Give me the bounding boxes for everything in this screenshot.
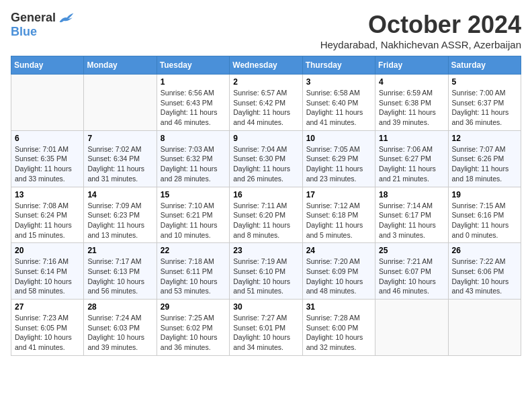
- day-info: Sunrise: 7:15 AM Sunset: 6:16 PM Dayligh…: [452, 201, 517, 240]
- logo: General Blue: [11, 11, 75, 39]
- daylight-text: Daylight: 10 hours and 56 minutes.: [87, 277, 144, 295]
- sunrise-text: Sunrise: 7:20 AM: [306, 257, 360, 265]
- calendar-cell: 31 Sunrise: 7:28 AM Sunset: 6:00 PM Dayl…: [302, 300, 375, 356]
- calendar-cell: 12 Sunrise: 7:07 AM Sunset: 6:26 PM Dayl…: [448, 130, 521, 187]
- day-info: Sunrise: 7:09 AM Sunset: 6:23 PM Dayligh…: [87, 201, 152, 240]
- calendar-cell: 16 Sunrise: 7:11 AM Sunset: 6:20 PM Dayl…: [230, 187, 302, 243]
- sunrise-text: Sunrise: 7:16 AM: [15, 257, 69, 265]
- day-number: 6: [15, 134, 80, 143]
- calendar-cell: 20 Sunrise: 7:16 AM Sunset: 6:14 PM Dayl…: [11, 243, 84, 300]
- header-friday: Friday: [375, 56, 448, 75]
- sunset-text: Sunset: 6:24 PM: [15, 211, 67, 219]
- day-info: Sunrise: 6:56 AM Sunset: 6:43 PM Dayligh…: [161, 88, 226, 128]
- sunset-text: Sunset: 6:03 PM: [87, 324, 140, 332]
- day-info: Sunrise: 7:18 AM Sunset: 6:11 PM Dayligh…: [161, 257, 226, 296]
- sunset-text: Sunset: 6:37 PM: [452, 99, 504, 107]
- day-number: 26: [452, 246, 517, 255]
- daylight-text: Daylight: 11 hours and 26 minutes.: [233, 165, 290, 183]
- daylight-text: Daylight: 11 hours and 21 minutes.: [379, 165, 436, 183]
- daylight-text: Daylight: 11 hours and 0 minutes.: [452, 221, 509, 239]
- day-info: Sunrise: 7:22 AM Sunset: 6:06 PM Dayligh…: [452, 257, 517, 296]
- daylight-text: Daylight: 11 hours and 36 minutes.: [452, 108, 509, 126]
- calendar-cell: 4 Sunrise: 6:59 AM Sunset: 6:38 PM Dayli…: [375, 75, 448, 131]
- day-info: Sunrise: 7:25 AM Sunset: 6:02 PM Dayligh…: [161, 313, 226, 353]
- sunset-text: Sunset: 6:27 PM: [379, 154, 431, 163]
- day-info: Sunrise: 7:07 AM Sunset: 6:26 PM Dayligh…: [452, 144, 517, 184]
- daylight-text: Daylight: 10 hours and 32 minutes.: [306, 333, 363, 351]
- daylight-text: Daylight: 11 hours and 23 minutes.: [306, 165, 363, 183]
- day-info: Sunrise: 7:06 AM Sunset: 6:27 PM Dayligh…: [379, 144, 444, 184]
- location: Heydarabad, Nakhichevan ASSR, Azerbaijan: [320, 39, 521, 50]
- sunrise-text: Sunrise: 7:01 AM: [15, 145, 69, 153]
- day-number: 19: [452, 190, 517, 199]
- sunrise-text: Sunrise: 7:24 AM: [87, 314, 141, 322]
- sunrise-text: Sunrise: 7:11 AM: [233, 201, 287, 210]
- sunrise-text: Sunrise: 7:18 AM: [161, 257, 214, 265]
- title-area: October 2024 Heydarabad, Nakhichevan ASS…: [320, 11, 521, 50]
- day-number: 10: [306, 134, 371, 143]
- logo-general-text: General: [11, 11, 56, 25]
- calendar-week-5: 27 Sunrise: 7:23 AM Sunset: 6:05 PM Dayl…: [11, 300, 521, 356]
- day-number: 9: [233, 134, 298, 143]
- calendar-cell: 26 Sunrise: 7:22 AM Sunset: 6:06 PM Dayl…: [448, 243, 521, 300]
- day-number: 4: [379, 77, 444, 87]
- day-info: Sunrise: 7:24 AM Sunset: 6:03 PM Dayligh…: [87, 313, 152, 353]
- day-info: Sunrise: 7:23 AM Sunset: 6:05 PM Dayligh…: [15, 313, 80, 353]
- calendar-cell: [448, 300, 521, 356]
- sunrise-text: Sunrise: 7:10 AM: [161, 201, 214, 210]
- daylight-text: Daylight: 10 hours and 41 minutes.: [15, 333, 72, 351]
- sunrise-text: Sunrise: 7:17 AM: [87, 257, 141, 265]
- daylight-text: Daylight: 11 hours and 44 minutes.: [233, 108, 290, 126]
- header-wednesday: Wednesday: [230, 56, 302, 75]
- day-info: Sunrise: 7:14 AM Sunset: 6:17 PM Dayligh…: [379, 201, 444, 240]
- sunrise-text: Sunrise: 7:15 AM: [452, 201, 506, 210]
- daylight-text: Daylight: 11 hours and 31 minutes.: [87, 165, 144, 183]
- logo-blue-text: Blue: [11, 25, 37, 39]
- calendar-cell: 14 Sunrise: 7:09 AM Sunset: 6:23 PM Dayl…: [84, 187, 157, 243]
- sunset-text: Sunset: 6:05 PM: [15, 324, 67, 332]
- day-number: 24: [306, 246, 371, 255]
- day-info: Sunrise: 7:04 AM Sunset: 6:30 PM Dayligh…: [233, 144, 298, 184]
- day-number: 5: [452, 77, 517, 87]
- daylight-text: Daylight: 11 hours and 15 minutes.: [15, 221, 72, 239]
- day-number: 3: [306, 77, 371, 87]
- day-number: 1: [161, 77, 226, 87]
- calendar-cell: 10 Sunrise: 7:05 AM Sunset: 6:29 PM Dayl…: [302, 130, 375, 187]
- calendar-cell: 7 Sunrise: 7:02 AM Sunset: 6:34 PM Dayli…: [84, 130, 157, 187]
- sunrise-text: Sunrise: 7:25 AM: [161, 314, 214, 322]
- day-info: Sunrise: 7:16 AM Sunset: 6:14 PM Dayligh…: [15, 257, 80, 296]
- day-number: 21: [87, 246, 152, 255]
- day-number: 8: [161, 134, 226, 143]
- calendar-cell: 18 Sunrise: 7:14 AM Sunset: 6:17 PM Dayl…: [375, 187, 448, 243]
- sunrise-text: Sunrise: 7:08 AM: [15, 201, 69, 210]
- sunset-text: Sunset: 6:40 PM: [306, 99, 359, 107]
- daylight-text: Daylight: 10 hours and 53 minutes.: [161, 277, 218, 295]
- sunrise-text: Sunrise: 7:07 AM: [452, 145, 506, 153]
- sunset-text: Sunset: 6:18 PM: [306, 211, 359, 219]
- sunset-text: Sunset: 6:20 PM: [233, 211, 285, 219]
- day-info: Sunrise: 7:21 AM Sunset: 6:07 PM Dayligh…: [379, 257, 444, 296]
- daylight-text: Daylight: 10 hours and 51 minutes.: [233, 277, 290, 295]
- sunset-text: Sunset: 6:26 PM: [452, 154, 504, 163]
- day-info: Sunrise: 7:00 AM Sunset: 6:37 PM Dayligh…: [452, 88, 517, 128]
- sunrise-text: Sunrise: 6:57 AM: [233, 89, 287, 97]
- day-number: 7: [87, 134, 152, 143]
- header-monday: Monday: [84, 56, 157, 75]
- calendar-table: SundayMondayTuesdayWednesdayThursdayFrid…: [11, 56, 521, 356]
- sunset-text: Sunset: 6:02 PM: [161, 324, 213, 332]
- day-info: Sunrise: 7:28 AM Sunset: 6:00 PM Dayligh…: [306, 313, 371, 353]
- sunset-text: Sunset: 6:42 PM: [233, 99, 285, 107]
- sunrise-text: Sunrise: 7:23 AM: [15, 314, 69, 322]
- calendar-cell: 28 Sunrise: 7:24 AM Sunset: 6:03 PM Dayl…: [84, 300, 157, 356]
- calendar-cell: 3 Sunrise: 6:58 AM Sunset: 6:40 PM Dayli…: [302, 75, 375, 131]
- sunrise-text: Sunrise: 7:06 AM: [379, 145, 433, 153]
- calendar-cell: 22 Sunrise: 7:18 AM Sunset: 6:11 PM Dayl…: [157, 243, 229, 300]
- calendar-week-1: 1 Sunrise: 6:56 AM Sunset: 6:43 PM Dayli…: [11, 75, 521, 131]
- day-number: 13: [15, 190, 80, 199]
- day-number: 28: [87, 302, 152, 312]
- day-number: 12: [452, 134, 517, 143]
- sunset-text: Sunset: 6:11 PM: [161, 267, 213, 275]
- day-info: Sunrise: 7:19 AM Sunset: 6:10 PM Dayligh…: [233, 257, 298, 296]
- calendar-cell: 27 Sunrise: 7:23 AM Sunset: 6:05 PM Dayl…: [11, 300, 84, 356]
- day-number: 23: [233, 246, 298, 255]
